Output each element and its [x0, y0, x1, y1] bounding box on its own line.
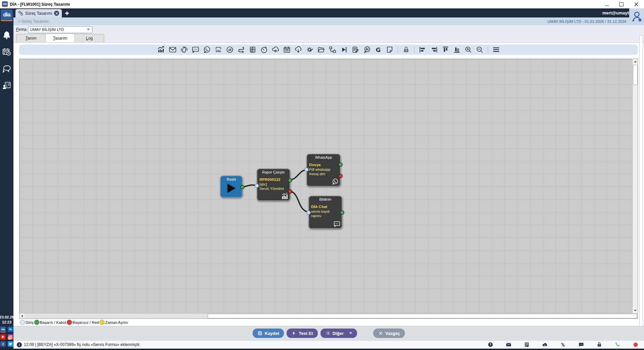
zoom-out-icon[interactable]	[476, 46, 484, 54]
firma-select[interactable]: UMAY BİLİŞİM LTD	[28, 26, 92, 33]
test-et-button[interactable]: Test Et	[287, 329, 317, 338]
mobile-vibrate-icon[interactable]	[180, 46, 188, 54]
button-label: Test Et	[299, 331, 313, 336]
stats-chart-icon[interactable]	[157, 46, 165, 54]
svg-text:G: G	[376, 46, 381, 53]
whatsapp-icon[interactable]	[203, 46, 211, 54]
google-g-icon[interactable]: G	[374, 46, 382, 54]
maximize-button[interactable]	[619, 2, 624, 7]
port-success[interactable]	[340, 210, 344, 215]
port-fail[interactable]	[288, 189, 292, 194]
tab-close-icon[interactable]	[54, 11, 59, 16]
diğer-button[interactable]: Diğer	[320, 329, 357, 338]
ai-chat-icon[interactable]: Ai	[363, 46, 371, 54]
tab-log[interactable]: Log	[75, 34, 104, 42]
notifications-bell-icon[interactable]	[2, 31, 11, 40]
port-input[interactable]	[255, 184, 259, 188]
social-instagram-icon[interactable]	[8, 334, 13, 340]
minimize-button[interactable]	[604, 2, 609, 7]
view-tabs: TanımTasarımLog	[13, 34, 644, 42]
flow-connection[interactable]	[290, 191, 307, 212]
chat-bubbles-icon[interactable]	[2, 64, 11, 73]
tab-tasarım[interactable]: Tasarım	[45, 34, 75, 42]
calendar-clock-icon[interactable]	[2, 47, 11, 57]
tab-surec-tasarimi[interactable]: Süreç Tasarımı	[15, 9, 62, 17]
mail-icon[interactable]	[169, 46, 177, 54]
form-edit-icon[interactable]	[351, 46, 359, 54]
horizontal-scrollbar[interactable]	[19, 313, 638, 319]
calendar-icon[interactable]	[283, 46, 291, 54]
zoom-in-icon[interactable]	[464, 46, 472, 54]
currency-exchange-icon[interactable]: $	[560, 342, 566, 348]
tab-title: Süreç Tasarımı	[25, 11, 52, 16]
phone-icon[interactable]	[614, 342, 620, 348]
social-twitter-icon[interactable]	[8, 341, 13, 347]
help-icon[interactable]: ?	[487, 342, 493, 348]
port-success[interactable]	[338, 162, 343, 167]
node-bildirim[interactable]: BildirimDİA Chatservis kaydıraporu	[308, 196, 342, 229]
folder-open-icon[interactable]	[317, 46, 325, 54]
scroll-down-arrow[interactable]	[633, 308, 638, 313]
cloud-sync-icon[interactable]	[542, 342, 548, 348]
align-left-icon[interactable]	[419, 46, 427, 54]
cloud-service-icon[interactable]	[271, 46, 280, 54]
user-avatar[interactable]	[629, 8, 644, 25]
workflow-icon[interactable]	[329, 46, 337, 54]
vazgeç-button[interactable]: Vazgeç	[373, 329, 405, 338]
calculator-icon[interactable]	[249, 46, 257, 54]
kaydet-button[interactable]: Kaydet	[253, 329, 284, 338]
flow-connection[interactable]	[290, 170, 306, 180]
mail-icon[interactable]	[506, 342, 512, 348]
skip-end-icon[interactable]	[340, 46, 348, 54]
social-linkedin-icon[interactable]: in	[8, 327, 13, 332]
lock-icon[interactable]	[596, 342, 602, 348]
horizontal-scroll-thumb[interactable]	[208, 314, 637, 318]
social-facebook-icon[interactable]: f	[0, 341, 6, 347]
person-tasks-icon[interactable]	[2, 81, 11, 90]
node-body: DosyaPdf whatsappmesaj atm	[307, 159, 340, 177]
social-dia-icon[interactable]: dia	[0, 327, 6, 333]
tab-strip: Süreç Tasarımı mert@umaybilisim	[13, 8, 644, 17]
lock-icon[interactable]	[402, 46, 410, 54]
dia-logo[interactable]: dia	[1, 9, 13, 21]
port-input[interactable]	[306, 210, 311, 215]
new-tab-button[interactable]	[62, 9, 72, 17]
social-youtube-icon[interactable]	[0, 334, 6, 340]
align-bottom-icon[interactable]	[453, 46, 461, 54]
port-fail[interactable]	[338, 174, 343, 178]
status-bar: i 12:09 | [BEYZA] «X-007369» fiş nolu «S…	[13, 340, 644, 349]
vertical-scroll-thumb[interactable]	[633, 65, 638, 85]
port-success[interactable]	[240, 185, 245, 189]
record-icon[interactable]	[633, 342, 639, 348]
vertical-scrollbar[interactable]	[632, 59, 638, 313]
timer-icon[interactable]	[260, 46, 268, 54]
chat-icon[interactable]	[578, 342, 584, 348]
breadcrumb: > Süreç Tasarımı	[18, 19, 49, 24]
outer-scrollbar[interactable]	[639, 35, 643, 327]
close-button[interactable]	[634, 2, 639, 7]
node-rapor[interactable]: Rapor ÇalıştırRPR000132[abc]Servis Yönet…	[257, 168, 290, 201]
tab-tanım[interactable]: Tanım	[16, 34, 46, 42]
menu-lines-icon[interactable]	[492, 46, 500, 54]
port-input[interactable]	[304, 167, 309, 172]
note-icon[interactable]	[386, 46, 394, 54]
settings-edit-icon[interactable]	[306, 46, 314, 54]
cloud-download-icon[interactable]	[294, 46, 302, 54]
node-basla[interactable]: Başla	[220, 176, 243, 198]
legend-dot	[34, 320, 39, 325]
align-top-icon[interactable]	[441, 46, 449, 54]
dropdown-caret-icon[interactable]	[349, 332, 352, 334]
list-icon	[325, 331, 331, 336]
condition-if-icon[interactable]: if	[226, 46, 234, 54]
node-whatsapp[interactable]: WhatsAppDosyaPdf whatsappmesaj atm	[306, 154, 341, 187]
scroll-up-arrow[interactable]	[633, 59, 638, 64]
port-success[interactable]	[288, 178, 292, 183]
scroll-left-arrow[interactable]	[19, 313, 25, 318]
sms-message-icon[interactable]	[191, 46, 200, 54]
sql-icon[interactable]: SQL	[214, 46, 222, 54]
align-right-icon[interactable]	[430, 46, 438, 54]
play-icon	[227, 184, 235, 193]
flow-canvas[interactable]: BaşlaRapor ÇalıştırRPR000132[abc]Servis …	[19, 59, 632, 313]
calculator-icon[interactable]	[524, 342, 530, 348]
flow-connector-icon[interactable]	[237, 46, 245, 54]
